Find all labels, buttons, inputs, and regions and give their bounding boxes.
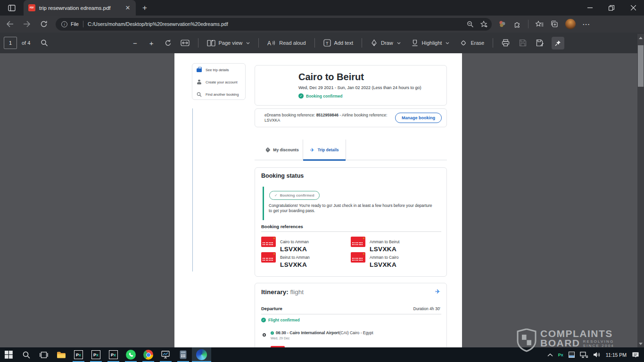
create-account-link[interactable]: Create your account [192,76,245,88]
close-icon[interactable] [622,0,644,16]
refresh-icon[interactable] [37,17,51,31]
forward-icon[interactable] [20,17,34,31]
tab-close-icon[interactable]: ✕ [124,4,132,12]
favorites-icon[interactable] [536,21,544,28]
px-app-icon[interactable]: Px [105,347,122,362]
plane-icon: ✈ [435,288,440,295]
restore-icon[interactable] [601,0,622,16]
px-app-icon[interactable]: Px [87,347,105,362]
system-monitor-icon[interactable] [157,347,174,362]
booking-reference-item: Amman to BeirutLSVXKA [351,237,399,253]
plane-icon: ✈ [310,147,314,153]
draw-button[interactable]: Draw [371,39,401,47]
see-trip-details-link[interactable]: See trip details [192,64,245,76]
chevron-down-icon[interactable] [446,42,449,44]
trip-dates: Wed, Dec 29 2021 - Sun, Jan 02 2022 (Les… [298,85,446,90]
extensions-puzzle-icon[interactable] [513,20,521,28]
taskbar-search-icon[interactable] [17,347,35,362]
px-app-icon[interactable]: Px [70,347,87,362]
whatsapp-icon[interactable] [122,347,140,362]
rotate-icon[interactable] [164,39,172,47]
chevron-down-icon [246,42,250,44]
zoom-out-icon[interactable]: − [133,40,137,47]
browser-tab[interactable]: PDF trip resewrvation edreams.pdf ✕ [24,0,136,16]
pdf-toolbar: of 4 − + Page view A Read aloud T Add te… [0,33,644,53]
scroll-up-icon[interactable] [637,34,644,41]
status-accent-bar [263,187,264,220]
tab-title: trip resewrvation edreams.pdf [39,5,124,11]
trip-header-card: Cairo to Beirut Wed, Dec 29 2021 - Sun, … [255,65,447,106]
vertical-tabs-icon[interactable] [5,2,19,14]
start-button[interactable] [0,347,17,362]
document-tabs: My discounts ✈ Trip details [255,140,447,160]
browser-titlebar: PDF trip resewrvation edreams.pdf ✕ + [0,0,644,16]
tag-icon [265,147,271,152]
manage-booking-button[interactable]: Manage booking [395,113,442,123]
royal-jordanian-logo [351,237,365,247]
scrollbar-thumb[interactable] [638,45,644,87]
svg-text:A: A [267,40,271,47]
volume-icon[interactable] [593,352,601,358]
congratulations-message: Congratulations! You're ready to go! Jus… [269,203,435,214]
add-text-button[interactable]: T Add text [323,39,353,47]
highlight-button[interactable]: Highlight [411,39,450,47]
calculator-icon[interactable] [174,347,192,362]
booking-reference-text: eDreams booking reference: 8512959846 - … [264,113,391,123]
vertical-scrollbar[interactable] [637,34,644,347]
read-aloud-button[interactable]: A Read aloud [267,40,305,47]
timeline-stop-marker [263,333,266,337]
find-in-document-icon[interactable] [41,39,48,47]
info-icon[interactable]: i [61,21,67,27]
flight-confirmed-status: ✓ Flight confirmed [261,318,300,322]
zoom-search-icon[interactable] [467,21,474,28]
royal-jordanian-logo [351,252,365,263]
profile-avatar[interactable] [565,19,576,29]
check-circle-icon: ✓ [298,93,304,99]
page-number-input[interactable] [4,37,17,49]
quick-links-panel: See trip details Create your account Fin… [192,63,246,100]
edge-taskbar-icon[interactable] [192,347,211,362]
scroll-down-icon[interactable] [637,340,644,347]
erase-button[interactable]: Erase [460,39,484,47]
chrome-icon[interactable] [140,347,157,362]
add-favorite-icon[interactable] [480,21,488,28]
network-icon[interactable] [580,352,588,358]
collections-icon[interactable] [551,20,558,28]
clock[interactable]: 11:15 PM [606,352,627,358]
zoom-in-icon[interactable]: + [149,40,154,47]
save-as-icon[interactable] [536,39,544,47]
settings-more-icon[interactable]: ··· [583,21,590,28]
back-icon[interactable] [3,17,17,31]
booking-confirmed-pill: ✓ Booking confirmed [269,191,320,200]
find-booking-link[interactable]: Find another booking [192,88,245,100]
trip-title: Cairo to Beirut [298,72,446,82]
tab-my-discounts[interactable]: My discounts [258,140,306,160]
px-tray-icon[interactable]: Px [558,353,563,357]
booking-reference-item: Cairo to AmmanLSVXKA [261,237,309,253]
departure-stop: ✓ 06:30 - Cairo International Airport (C… [271,330,373,340]
fit-to-width-icon[interactable] [181,40,190,46]
task-view-icon[interactable] [35,347,52,362]
address-bar[interactable]: i File C:/Users/moham/Desktop/trip%20res… [56,18,492,31]
extension-icon[interactable] [498,20,506,28]
notification-center-icon[interactable] [632,352,639,358]
file-explorer-icon[interactable] [52,347,70,362]
tray-chevron-up-icon[interactable] [547,353,553,357]
tray-app-icon[interactable] [569,352,575,358]
browser-navbar: i File C:/Users/moham/Desktop/trip%20res… [0,16,644,33]
chevron-down-icon[interactable] [397,42,401,44]
check-icon: ✓ [274,193,278,197]
complaintsboard-watermark: COMPLAINTS BOARD RESOLVINGSINCE 2004 [517,329,614,352]
tab-trip-details[interactable]: ✈ Trip details [303,140,346,160]
print-icon[interactable] [502,39,510,47]
minimize-icon[interactable] [579,0,601,16]
url-text[interactable]: C:/Users/moham/Desktop/trip%20resewrvati… [88,21,463,27]
pin-toolbar-icon[interactable] [552,37,564,49]
search-icon [197,92,202,97]
new-tab-icon[interactable]: + [142,3,147,13]
booking-reference-item: Beirut to AmmanLSVXKA [261,252,310,268]
duration-label: Duration 4h 30' [413,306,440,311]
divider [261,314,441,314]
check-circle-icon: ✓ [271,331,274,335]
page-view-button[interactable]: Page view [207,40,250,47]
